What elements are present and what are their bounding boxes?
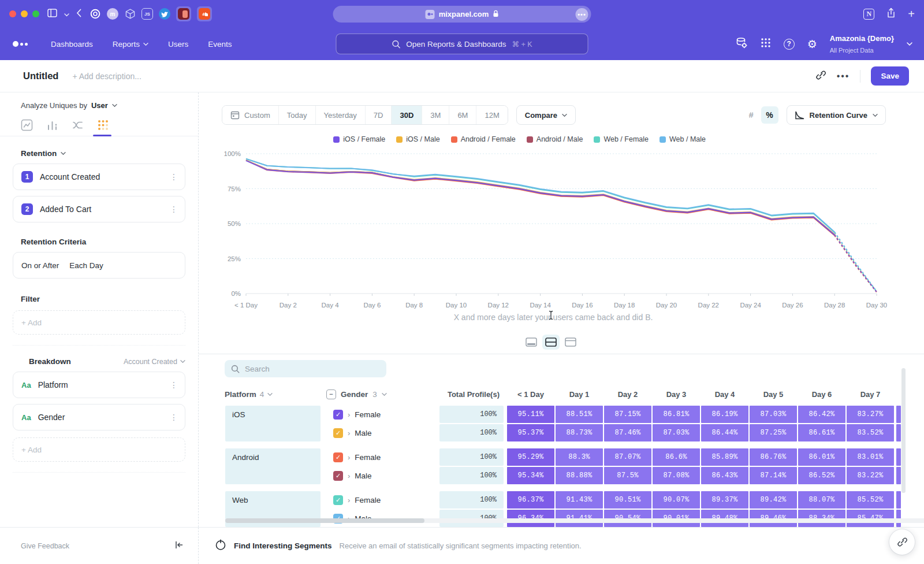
retention-value-cell[interactable]: 89.37%	[701, 491, 748, 509]
kebab-menu-icon[interactable]: ⋮	[170, 172, 178, 181]
range-custom[interactable]: Custom	[222, 106, 278, 124]
range-today[interactable]: Today	[278, 106, 315, 124]
more-options-icon[interactable]: •••	[837, 71, 850, 81]
gender-cell-male[interactable]: ✓›Male	[326, 466, 439, 485]
retention-value-cell[interactable]: 87.03%	[653, 424, 700, 441]
minimize-window-button[interactable]	[21, 10, 28, 17]
project-switcher[interactable]: Amazonia {Demo} All Project Data	[830, 32, 894, 55]
expand-chevron-icon[interactable]: ›	[348, 496, 350, 504]
legend-item[interactable]: iOS / Female	[333, 135, 385, 143]
breakdown-add-button[interactable]: + Add	[13, 437, 185, 462]
retention-value-cell[interactable]: 87.03%	[750, 406, 797, 423]
retention-value-cell[interactable]: 86.42%	[798, 406, 845, 423]
criteria-interval[interactable]: Each Day	[69, 261, 103, 270]
legend-item[interactable]: iOS / Male	[396, 135, 439, 143]
retention-value-cell[interactable]: 87.25%	[750, 424, 797, 441]
unit-number-button[interactable]: #	[743, 106, 760, 124]
expand-chevron-icon[interactable]: ›	[348, 472, 350, 480]
tab-retention-active[interactable]	[97, 119, 109, 131]
address-bar[interactable]: mixpanel.com •••	[333, 6, 591, 23]
retention-value-cell[interactable]: 86.61%	[798, 424, 845, 441]
legend-item[interactable]: Web / Female	[594, 135, 649, 143]
report-description-placeholder[interactable]: + Add description...	[72, 72, 141, 81]
gender-cell-female[interactable]: ✓›Female	[326, 405, 439, 424]
retention-value-cell[interactable]: 91.43%	[556, 491, 603, 509]
range-3m[interactable]: 3M	[422, 106, 449, 124]
retention-value-cell[interactable]: 83.22%	[847, 467, 894, 484]
retention-value-cell[interactable]: 90.51%	[604, 491, 651, 509]
retention-value-cell[interactable]: 88.51%	[556, 406, 603, 423]
chevron-down-icon[interactable]	[64, 9, 69, 19]
global-search[interactable]: Open Reports & Dashboards ⌘ + K	[336, 34, 588, 54]
interesting-segments-bar[interactable]: Find Interesting Segments Receive an ema…	[199, 528, 924, 564]
kebab-menu-icon[interactable]: ⋮	[170, 380, 178, 389]
address-more-button[interactable]: •••	[576, 8, 588, 21]
bird-extension-icon[interactable]	[159, 8, 170, 20]
retention-value-cell[interactable]: 90.07%	[653, 491, 700, 509]
series-checkbox[interactable]: ✓	[333, 452, 343, 462]
compare-button[interactable]: Compare	[516, 105, 576, 125]
sidebar-toggle-icon[interactable]	[47, 9, 57, 20]
tab-insights[interactable]	[21, 119, 33, 131]
nav-item-reports[interactable]: Reports	[113, 40, 148, 49]
criteria-condition[interactable]: On or After	[21, 261, 59, 270]
table-search-input[interactable]: Search	[225, 360, 386, 377]
maximize-window-button[interactable]	[32, 10, 39, 17]
gender-cell-female[interactable]: ✓›Female	[326, 448, 439, 466]
legend-item[interactable]: Android / Male	[527, 135, 583, 143]
range-12m[interactable]: 12M	[476, 106, 507, 124]
breakdown-scope-dropdown[interactable]: Account Created	[124, 358, 185, 366]
legend-item[interactable]: Web / Male	[660, 135, 706, 143]
legend-item[interactable]: Android / Female	[451, 135, 516, 143]
range-yesterday[interactable]: Yesterday	[315, 106, 365, 124]
close-window-button[interactable]	[9, 10, 16, 17]
series-checkbox[interactable]: ✓	[333, 495, 343, 505]
retention-value-cell[interactable]: 96.37%	[507, 491, 554, 509]
unit-percent-button[interactable]: %	[761, 106, 778, 124]
retention-value-cell[interactable]: 88.88%	[556, 467, 603, 484]
range-30d[interactable]: 30D	[391, 106, 422, 124]
collapse-sidebar-icon[interactable]	[175, 541, 183, 551]
retention-value-cell[interactable]: 86.43%	[701, 467, 748, 484]
retention-value-cell[interactable]: 95.11%	[507, 406, 554, 423]
cloud-extension-icon[interactable]	[199, 8, 210, 20]
data-management-icon[interactable]	[735, 37, 748, 51]
breakdown-card-gender[interactable]: Aa Gender ⋮	[13, 404, 185, 431]
retention-value-cell[interactable]: 87.14%	[750, 467, 797, 484]
series-checkbox[interactable]: ✓	[333, 471, 343, 481]
vertical-scrollbar-thumb[interactable]	[901, 368, 906, 493]
chart-type-selector[interactable]: Retention Curve	[787, 105, 886, 125]
kebab-menu-icon[interactable]: ⋮	[170, 413, 178, 422]
retention-value-cell[interactable]: 83.52%	[847, 424, 894, 441]
layout-table-focus-button[interactable]	[562, 335, 579, 350]
filter-add-button[interactable]: + Add	[13, 310, 185, 335]
share-link-fab[interactable]	[889, 529, 915, 555]
layout-split-button[interactable]	[542, 335, 560, 350]
range-6m[interactable]: 6M	[449, 106, 476, 124]
step-card-account-created[interactable]: 1 Account Created ⋮	[13, 164, 185, 190]
retention-section-heading[interactable]: Retention	[0, 136, 198, 158]
retention-value-cell[interactable]: 87.15%	[604, 406, 651, 423]
kebab-menu-icon[interactable]: ⋮	[170, 205, 178, 214]
layout-chart-focus-button[interactable]	[523, 335, 540, 350]
retention-value-cell[interactable]: 95.34%	[507, 467, 554, 484]
m-extension-icon[interactable]: m	[107, 8, 118, 20]
retention-value-cell[interactable]: 86.81%	[653, 406, 700, 423]
retention-value-cell[interactable]: 86.44%	[701, 424, 748, 441]
cube-extension-icon[interactable]	[124, 8, 136, 20]
retention-value-cell[interactable]: 95.29%	[507, 448, 554, 466]
platform-column-header[interactable]: Platform 4	[225, 390, 326, 399]
retention-value-cell[interactable]: 85.52%	[847, 491, 894, 509]
expand-chevron-icon[interactable]: ›	[348, 410, 350, 419]
help-icon[interactable]: ?	[784, 39, 795, 50]
retention-value-cell[interactable]: 86.76%	[750, 448, 797, 466]
nav-item-dashboards[interactable]: Dashboards	[51, 40, 93, 49]
step-card-added-to-cart[interactable]: 2 Added To Cart ⋮	[13, 196, 185, 222]
criteria-card[interactable]: On or After Each Day	[13, 252, 185, 279]
notion-icon[interactable]: N	[863, 9, 874, 20]
retention-value-cell[interactable]: 87.07%	[604, 448, 651, 466]
retention-value-cell[interactable]: 86.01%	[798, 448, 845, 466]
save-button[interactable]: Save	[871, 66, 909, 86]
copy-link-icon[interactable]	[815, 69, 826, 83]
retention-curve-chart[interactable]: 0%25%50%75%100%< 1 DayDay 2Day 4Day 6Day…	[219, 146, 887, 316]
